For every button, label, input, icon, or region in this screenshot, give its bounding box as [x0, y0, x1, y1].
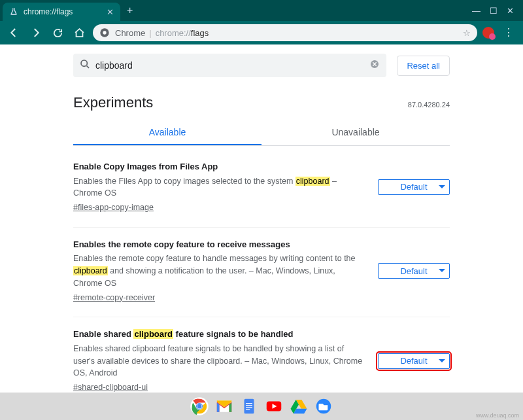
flag-description: Enables the Files App to copy images sel…	[73, 175, 366, 200]
new-tab-button[interactable]: +	[120, 5, 139, 16]
chrome-icon	[99, 27, 110, 38]
browser-menu-button[interactable]: ⋮	[499, 27, 518, 38]
browser-toolbar: Chrome | chrome://flags ☆ ⋮	[0, 21, 523, 44]
flag-title: Enable shared clipboard feature signals …	[73, 328, 366, 341]
bookmark-star-icon[interactable]: ☆	[463, 28, 471, 38]
tab-unavailable[interactable]: Unavailable	[262, 120, 450, 145]
flags-search-box[interactable]	[73, 54, 386, 77]
drive-app-icon[interactable]	[288, 396, 309, 417]
flag-item: Enables the remote copy feature to recei…	[73, 238, 450, 318]
flag-title: Enable Copy Images from Files App	[73, 160, 366, 173]
flags-list: Enable Copy Images from Files AppEnables…	[73, 146, 450, 400]
extension-badge-icon[interactable]	[482, 27, 494, 39]
svg-rect-10	[246, 403, 252, 404]
window-titlebar: chrome://flags ✕ + — ☐ ✕	[0, 0, 523, 21]
os-shelf	[0, 393, 523, 420]
flag-item: Enable Copy Images from Files AppEnables…	[73, 160, 450, 228]
clear-search-icon[interactable]	[369, 59, 380, 72]
flag-description: Enables shared clipboard feature signals…	[73, 343, 366, 379]
svg-rect-13	[246, 409, 250, 410]
flag-item: Enable shared clipboard feature signals …	[73, 328, 450, 400]
youtube-app-icon[interactable]	[263, 396, 284, 417]
url-prefix: chrome://	[156, 28, 191, 38]
svg-rect-11	[246, 405, 252, 406]
flask-icon	[9, 7, 18, 16]
flag-state-select[interactable]: Default	[378, 179, 450, 195]
gmail-app-icon[interactable]	[214, 396, 235, 417]
version-label: 87.0.4280.24	[408, 101, 450, 109]
window-controls: — ☐ ✕	[465, 6, 520, 16]
svg-point-7	[197, 404, 202, 409]
svg-rect-12	[246, 407, 252, 408]
files-app-icon[interactable]	[313, 396, 334, 417]
reset-all-button[interactable]: Reset all	[397, 56, 450, 76]
flag-title: Enables the remote copy feature to recei…	[73, 238, 366, 251]
close-window-button[interactable]: ✕	[507, 6, 514, 16]
minimize-button[interactable]: —	[472, 6, 481, 16]
home-button[interactable]	[71, 25, 88, 41]
search-input[interactable]	[95, 60, 369, 71]
svg-point-1	[103, 31, 106, 34]
close-tab-icon[interactable]: ✕	[107, 7, 114, 17]
watermark: www.deuaq.com	[476, 412, 519, 419]
flag-anchor-link[interactable]: #remote-copy-receiver	[73, 292, 155, 304]
search-icon	[80, 59, 90, 72]
browser-tab[interactable]: chrome://flags ✕	[3, 3, 120, 21]
flag-state-select[interactable]: Default	[378, 353, 450, 369]
maximize-button[interactable]: ☐	[490, 6, 498, 16]
back-button[interactable]	[5, 24, 22, 41]
flag-state-select[interactable]: Default	[378, 263, 450, 279]
reload-button[interactable]	[50, 25, 66, 41]
tab-available[interactable]: Available	[73, 120, 262, 145]
docs-app-icon[interactable]	[239, 396, 260, 417]
tab-title: chrome://flags	[24, 7, 107, 16]
svg-rect-9	[245, 399, 254, 414]
url-scheme-label: Chrome	[115, 28, 145, 38]
address-bar[interactable]: Chrome | chrome://flags ☆	[93, 24, 477, 41]
page-content: Reset all Experiments 87.0.4280.24 Avail…	[0, 44, 523, 400]
flag-anchor-link[interactable]: #shared-clipboard-ui	[73, 381, 148, 394]
svg-point-2	[81, 60, 87, 66]
forward-button[interactable]	[27, 24, 44, 41]
flag-anchor-link[interactable]: #files-app-copy-image	[73, 201, 154, 214]
flag-description: Enables the remote copy feature to handl…	[73, 253, 366, 289]
page-title: Experiments	[73, 94, 153, 111]
flag-tabs: Available Unavailable	[73, 120, 450, 146]
chrome-app-icon[interactable]	[189, 396, 210, 417]
url-path: flags	[191, 28, 209, 38]
